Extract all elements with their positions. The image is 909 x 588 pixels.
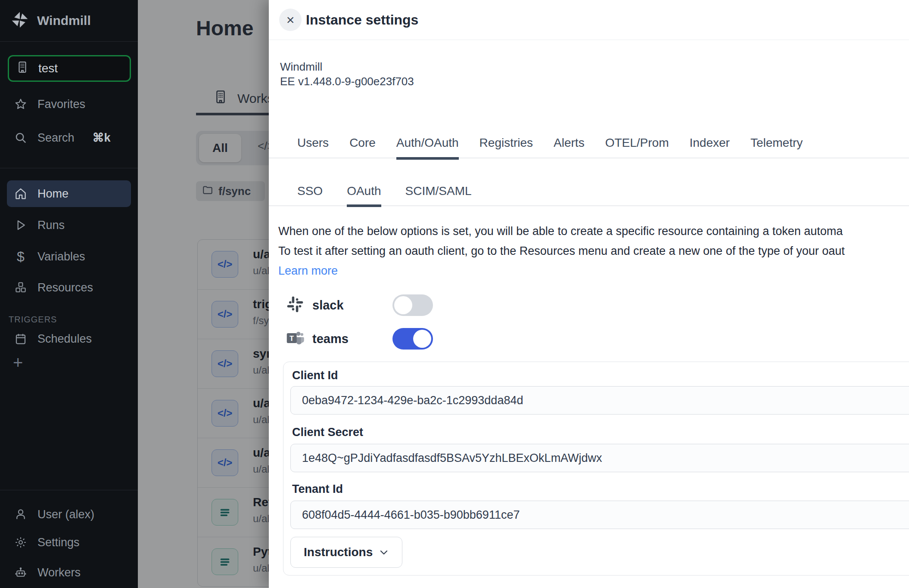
oauth-description: When one of the below options is set, yo… <box>278 221 909 281</box>
slack-toggle[interactable] <box>392 294 433 316</box>
sidebar-item-label: Workers <box>37 566 81 579</box>
settings-tabs: Users Core Auth/OAuth Registries Alerts … <box>297 136 803 160</box>
divider <box>0 168 138 168</box>
building-icon <box>16 61 29 77</box>
teams-label: teams <box>312 332 381 346</box>
toggle-knob <box>413 330 431 348</box>
triggers-heading: TRIGGERS <box>9 315 57 325</box>
sidebar-item-label: Favorites <box>37 98 85 111</box>
home-icon <box>14 187 27 200</box>
app-logo: Windmill <box>10 10 91 31</box>
tab-registries[interactable]: Registries <box>479 136 533 160</box>
app-name: Windmill <box>37 13 91 28</box>
version-string: EE v1.448.0-9-g00e23f703 <box>280 74 414 89</box>
robot-icon <box>14 566 27 579</box>
gear-icon <box>14 536 27 549</box>
sidebar-item-variables[interactable]: $ Variables <box>0 243 138 270</box>
sidebar-item-label: Home <box>37 187 68 201</box>
sidebar-item-label: Runs <box>37 219 65 232</box>
tenant-id-input[interactable] <box>290 501 909 529</box>
svg-text:T: T <box>290 334 294 342</box>
windmill-logo-icon <box>10 10 29 31</box>
tab-alerts[interactable]: Alerts <box>554 136 585 160</box>
search-shortcut: ⌘k <box>93 131 111 145</box>
user-icon <box>14 508 27 521</box>
close-icon: × <box>286 12 295 28</box>
star-icon <box>14 98 27 111</box>
client-id-input[interactable] <box>290 386 909 415</box>
sidebar-item-favorites[interactable]: Favorites <box>0 91 138 118</box>
product-name: Windmill <box>280 59 414 74</box>
tab-users[interactable]: Users <box>297 136 329 160</box>
toggle-knob <box>394 296 412 314</box>
client-secret-input[interactable] <box>290 444 909 472</box>
client-id-label: Client Id <box>292 369 338 382</box>
sidebar: Windmill test Favorites <box>0 0 138 588</box>
tab-core[interactable]: Core <box>349 136 376 160</box>
teams-toggle[interactable] <box>392 328 433 350</box>
sidebar-item-settings[interactable]: Settings <box>0 529 138 556</box>
close-button[interactable]: × <box>279 9 302 31</box>
subtab-scim-saml[interactable]: SCIM/SAML <box>405 184 472 207</box>
divider <box>0 490 138 490</box>
divider <box>0 41 138 42</box>
auth-subtabs: SSO OAuth SCIM/SAML <box>297 184 472 207</box>
instance-settings-drawer: × Instance settings Windmill EE v1.448.0… <box>269 0 909 588</box>
subtab-oauth[interactable]: OAuth <box>347 184 381 207</box>
workspace-selector[interactable]: test <box>8 55 131 82</box>
divider <box>269 40 909 40</box>
tab-auth-oauth[interactable]: Auth/OAuth <box>396 136 459 160</box>
add-trigger-button[interactable]: + <box>13 353 23 372</box>
tab-telemetry[interactable]: Telemetry <box>750 136 803 160</box>
sidebar-item-label: Search <box>37 131 75 145</box>
dollar-icon: $ <box>14 249 27 265</box>
search-icon <box>14 131 27 144</box>
sidebar-item-resources[interactable]: Resources <box>0 274 138 301</box>
slack-icon <box>286 295 305 316</box>
sidebar-item-runs[interactable]: Runs <box>0 212 138 238</box>
teams-icon: T <box>286 328 305 349</box>
sidebar-item-label: Resources <box>37 281 93 294</box>
play-icon <box>14 219 27 232</box>
sidebar-item-label: Variables <box>37 250 85 263</box>
slack-label: slack <box>312 298 381 313</box>
integration-teams-row: T teams <box>286 328 433 350</box>
tab-indexer[interactable]: Indexer <box>689 136 729 160</box>
teams-config-card: Client Id Client Secret Tenant Id Instru… <box>283 362 909 576</box>
subtab-sso[interactable]: SSO <box>297 184 323 207</box>
sidebar-item-label: Schedules <box>37 332 92 346</box>
sidebar-item-label: Settings <box>37 536 80 549</box>
calendar-icon <box>14 332 27 345</box>
tenant-id-label: Tenant Id <box>292 483 343 496</box>
version-info: Windmill EE v1.448.0-9-g00e23f703 <box>280 59 414 89</box>
drawer-title: Instance settings <box>306 12 418 28</box>
cubes-icon <box>14 281 27 294</box>
sidebar-item-home[interactable]: Home <box>7 180 131 207</box>
workspace-name: test <box>38 62 58 75</box>
description-line-2: To test it after setting an oauth client… <box>278 241 909 261</box>
client-secret-label: Client Secret <box>292 426 363 439</box>
integration-slack-row: slack <box>286 294 433 316</box>
chevron-down-icon <box>379 545 389 559</box>
sidebar-item-label: User (alex) <box>37 508 94 521</box>
sidebar-item-workers[interactable]: Workers <box>0 559 138 586</box>
description-line-1: When one of the below options is set, yo… <box>278 221 909 241</box>
learn-more-link[interactable]: Learn more <box>278 261 909 281</box>
sidebar-item-schedules[interactable]: Schedules <box>0 325 138 352</box>
instructions-label: Instructions <box>304 545 373 559</box>
tab-otel-prom[interactable]: OTEL/Prom <box>605 136 669 160</box>
instructions-button[interactable]: Instructions <box>290 537 402 568</box>
sidebar-item-user[interactable]: User (alex) <box>0 501 138 528</box>
sidebar-item-search[interactable]: Search ⌘k <box>0 124 138 151</box>
